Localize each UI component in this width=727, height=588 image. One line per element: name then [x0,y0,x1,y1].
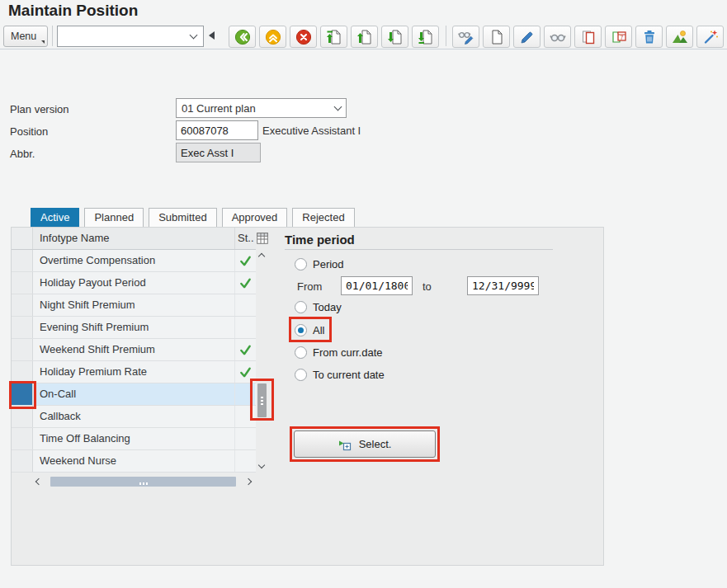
toolbar-separator [446,26,446,46]
collapse-toolbar-icon[interactable] [209,31,215,40]
first-page-button[interactable] [320,26,347,48]
plan-version-select[interactable]: 01 Current plan [176,98,347,118]
status-tabstrip: Active Planned Submitted Approved Reject… [31,208,360,228]
next-page-icon [387,29,404,45]
radio-period[interactable]: Period [295,256,344,271]
tab-active[interactable]: Active [31,208,79,228]
table-row[interactable]: Callback [12,406,256,428]
radio-button[interactable] [295,369,307,381]
command-field[interactable] [57,26,204,47]
row-infotype-name: On-Call [33,383,235,405]
row-selector-cell[interactable] [12,339,33,360]
previous-page-button[interactable] [351,26,378,48]
row-status [235,450,255,472]
execute-button[interactable] [696,26,724,48]
display-button[interactable] [544,26,571,48]
delimit-button[interactable]: 7 [605,26,632,48]
table-settings-icon[interactable] [257,233,268,247]
create-button[interactable] [483,26,510,48]
display-change-button[interactable] [452,26,479,48]
row-selector-cell[interactable] [12,317,33,338]
delimit-icon: 7 [611,29,627,45]
page-title: Maintain Position [8,2,138,20]
table-vertical-scrollbar[interactable] [256,250,268,473]
row-selector-cell[interactable] [12,450,33,472]
row-infotype-name: Weekend Nurse [33,450,235,472]
tab-submitted[interactable]: Submitted [149,208,217,228]
table-row[interactable]: Overtime Compensation [12,250,256,272]
change-button[interactable] [513,26,541,48]
abbr-label: Abbr. [10,148,35,160]
chevron-down-icon [334,103,342,111]
select-icon [338,438,352,451]
row-selector-cell[interactable] [12,361,33,383]
radio-today[interactable]: Today [295,299,342,314]
radio-button[interactable] [295,324,307,336]
next-page-button[interactable] [381,26,408,48]
back-icon [234,29,251,45]
scroll-left-icon[interactable] [35,478,42,485]
chevron-down-icon[interactable] [190,31,198,40]
radio-button[interactable] [295,258,307,270]
create-icon [489,29,505,45]
menu-button[interactable]: Menu [3,26,48,47]
table-row[interactable]: Evening Shift Premium [12,317,256,339]
scroll-right-icon[interactable] [245,478,252,485]
radio-to-current-date[interactable]: To current date [295,367,385,382]
tab-approved[interactable]: Approved [222,208,288,228]
from-date-input[interactable] [341,276,413,295]
change-icon [519,29,536,45]
table-row[interactable]: Weekend Shift Premium [12,339,256,361]
select-button[interactable]: Select. [294,430,436,458]
row-infotype-name: Overtime Compensation [33,250,235,271]
tab-planned[interactable]: Planned [84,208,144,228]
tab-rejected[interactable]: Rejected [292,208,354,228]
row-selector-cell[interactable] [12,294,33,316]
row-selector-cell[interactable] [12,406,33,427]
infotype-table-header: Infotype Name St.. [12,228,256,250]
row-selector-cell[interactable] [12,383,33,405]
row-selector-cell[interactable] [12,428,33,449]
cancel-button[interactable] [290,26,317,48]
row-infotype-name: Holiday Premium Rate [33,361,235,383]
radio-all[interactable]: All [295,322,324,337]
row-infotype-name: Callback [33,406,235,427]
copy-icon [580,29,597,45]
back-button[interactable] [229,26,256,48]
check-icon [239,366,252,379]
from-label: From [297,280,322,293]
copy-button[interactable] [574,26,602,48]
scroll-up-icon[interactable] [258,253,265,260]
scroll-down-icon[interactable] [258,462,265,468]
table-row[interactable]: Time Off Balancing [12,428,256,450]
overview-button[interactable] [666,26,693,48]
row-status [235,428,255,449]
row-status [235,272,255,294]
table-horizontal-scrollbar[interactable] [33,476,254,488]
horizontal-scrollbar-thumb[interactable] [50,477,236,487]
row-infotype-name: Holiday Payout Period [33,272,235,294]
table-row[interactable]: Weekend Nurse [12,450,256,473]
radio-button[interactable] [295,301,307,313]
table-row[interactable]: Holiday Premium Rate [12,361,256,383]
display-icon [550,29,566,45]
row-selector-cell[interactable] [12,250,33,271]
radio-button[interactable] [295,346,307,359]
vertical-scrollbar-thumb[interactable] [257,383,267,417]
delete-button[interactable] [635,26,663,48]
table-row[interactable]: Night Shift Premium [12,294,256,317]
position-input[interactable] [176,120,258,140]
radio-from-curr-date[interactable]: From curr.date [295,345,383,360]
position-label: Position [10,125,48,138]
last-page-button[interactable] [412,26,439,48]
display-change-icon [458,29,474,45]
execute-icon [702,29,719,45]
exit-button[interactable] [259,26,286,48]
check-icon [239,255,252,267]
table-row[interactable]: Holiday Payout Period [12,272,256,294]
previous-page-icon [356,29,373,45]
infotype-name-column-header: Infotype Name [33,228,235,249]
to-date-input[interactable] [467,276,539,295]
row-selector-cell[interactable] [12,272,33,294]
table-row[interactable]: On-Call [12,383,256,406]
